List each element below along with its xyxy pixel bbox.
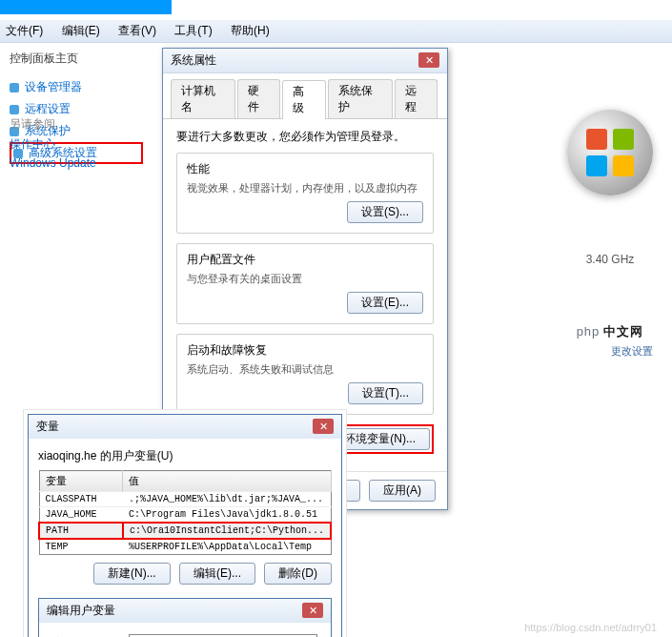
- table-header-row: 变量 值: [39, 471, 331, 492]
- sidebar-bottom: 另请参阅 操作中心 Windows Update: [10, 114, 96, 172]
- tabs: 计算机名 硬件 高级 系统保护 远程: [163, 73, 447, 119]
- cpu-speed: 3.40 GHz: [567, 253, 653, 266]
- env-dialog: 变量 ✕ xiaoqing.he 的用户变量(U) 变量 值 CLASSPATH…: [28, 414, 342, 637]
- performance-title: 性能: [187, 161, 423, 177]
- startup-text: 系统启动、系统失败和调试信息: [187, 362, 423, 377]
- menu-edit[interactable]: 编辑(E): [62, 24, 100, 37]
- profile-group: 用户配置文件 与您登录有关的桌面设置 设置(E)...: [176, 243, 434, 324]
- user-vars-buttons: 新建(N)... 编辑(E)... 删除(D): [38, 555, 332, 592]
- menubar: 文件(F) 编辑(E) 查看(V) 工具(T) 帮助(H): [0, 20, 672, 43]
- env-body: xiaoqing.he 的用户变量(U) 变量 值 CLASSPATH.;%JA…: [29, 439, 341, 637]
- performance-settings-button[interactable]: 设置(S)...: [347, 201, 423, 223]
- menu-help[interactable]: 帮助(H): [231, 24, 270, 37]
- user-vars-label: xiaoqing.he 的用户变量(U): [38, 448, 332, 464]
- menu-tools[interactable]: 工具(T): [174, 24, 212, 37]
- sidebar-item-label: 设备管理器: [25, 79, 82, 95]
- startup-settings-button[interactable]: 设置(T)...: [348, 382, 423, 404]
- dialog-titlebar: 系统属性 ✕: [163, 49, 447, 73]
- env-screenshot: 变量 ✕ xiaoqing.he 的用户变量(U) 变量 值 CLASSPATH…: [23, 409, 347, 637]
- dialog-title: 系统属性: [171, 52, 216, 69]
- control-panel-home[interactable]: 控制面板主页: [10, 51, 143, 67]
- profile-title: 用户配置文件: [187, 252, 423, 268]
- top-blue-bar: [0, 0, 172, 14]
- action-center-link[interactable]: 操作中心: [10, 134, 96, 154]
- profile-text: 与您登录有关的桌面设置: [187, 272, 423, 286]
- performance-text: 视觉效果，处理器计划，内存使用，以及虚拟内存: [187, 181, 423, 195]
- see-also-label: 另请参阅: [10, 114, 96, 134]
- edit-button[interactable]: 编辑(E)...: [179, 563, 255, 585]
- tab-protection[interactable]: 系统保护: [328, 79, 393, 118]
- edit-titlebar: 编辑用户变量 ✕: [39, 599, 331, 623]
- table-row[interactable]: CLASSPATH.;%JAVA_HOME%\lib\dt.jar;%JAVA_…: [39, 492, 331, 507]
- bullet-icon: [10, 105, 19, 114]
- change-settings-link[interactable]: 更改设置: [567, 340, 653, 359]
- menu-view[interactable]: 查看(V): [118, 24, 156, 37]
- tab-hardware[interactable]: 硬件: [237, 79, 280, 118]
- menu-file[interactable]: 文件(F): [6, 24, 43, 37]
- env-dialog-title: 变量: [36, 419, 59, 435]
- col-name[interactable]: 变量: [39, 471, 123, 492]
- delete-button[interactable]: 删除(D): [264, 563, 332, 585]
- edit-user-variable-dialog: 编辑用户变量 ✕ 变量名(N): 变量值(V): 确定 取消: [38, 598, 332, 637]
- tab-advanced[interactable]: 高级: [282, 80, 325, 119]
- col-value[interactable]: 值: [123, 471, 331, 492]
- main-area: 控制面板主页 设备管理器 远程设置 系统保护 高级系统设置 另请参阅 操作中心 …: [0, 43, 672, 381]
- windows-flag-icon: [586, 129, 634, 176]
- apply-button[interactable]: 应用(A): [369, 480, 436, 502]
- edit-body: 变量名(N): 变量值(V):: [39, 623, 331, 637]
- table-row[interactable]: TEMP%USERPROFILE%\AppData\Local\Temp: [39, 539, 331, 555]
- startup-group: 启动和故障恢复 系统启动、系统失败和调试信息 设置(T)...: [176, 334, 434, 415]
- left-panel: 控制面板主页 设备管理器 远程设置 系统保护 高级系统设置 另请参阅 操作中心 …: [0, 43, 153, 172]
- close-icon[interactable]: ✕: [418, 52, 439, 68]
- sidebar-item-device-manager[interactable]: 设备管理器: [10, 76, 143, 98]
- watermark: https://blog.csdn.net/adrry01: [524, 622, 657, 633]
- bullet-icon: [10, 83, 19, 92]
- phpcn-logo: php中文网: [567, 323, 653, 340]
- close-icon[interactable]: ✕: [313, 419, 334, 434]
- admin-note: 要进行大多数更改，您必须作为管理员登录。: [176, 129, 434, 145]
- performance-group: 性能 视觉效果，处理器计划，内存使用，以及虚拟内存 设置(S)...: [176, 153, 434, 234]
- windows-logo: [567, 110, 653, 195]
- tab-remote[interactable]: 远程: [395, 79, 438, 118]
- edit-dialog-title: 编辑用户变量: [47, 603, 115, 619]
- windows-update-link[interactable]: Windows Update: [10, 154, 96, 172]
- table-row[interactable]: JAVA_HOMEC:\Program Files\Java\jdk1.8.0.…: [39, 507, 331, 524]
- close-icon[interactable]: ✕: [302, 603, 323, 618]
- env-titlebar: 变量 ✕: [29, 415, 341, 439]
- startup-title: 启动和故障恢复: [187, 342, 423, 359]
- table-row-path[interactable]: PATHc:\Ora10InstantClient;C:\Python...: [39, 523, 331, 539]
- user-vars-table[interactable]: 变量 值 CLASSPATH.;%JAVA_HOME%\lib\dt.jar;%…: [38, 470, 332, 555]
- right-area: 3.40 GHz php中文网 更改设置: [567, 110, 653, 359]
- profile-settings-button[interactable]: 设置(E)...: [347, 292, 423, 314]
- new-button[interactable]: 新建(N)...: [93, 563, 171, 585]
- tab-computer-name[interactable]: 计算机名: [171, 79, 235, 118]
